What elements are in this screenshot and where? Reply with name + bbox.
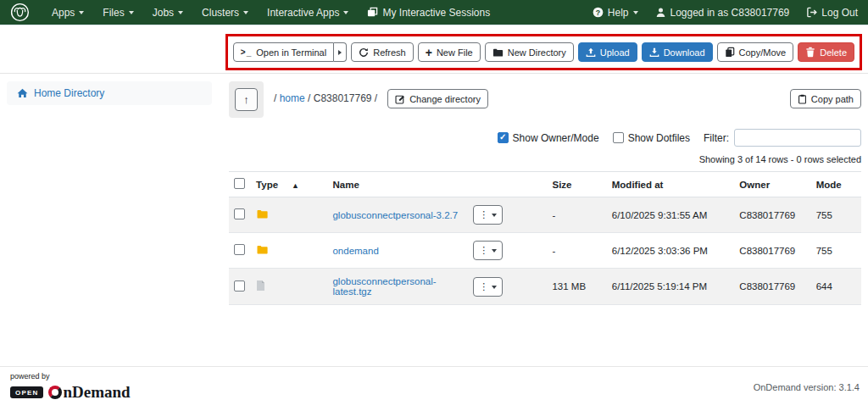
row-actions-dropdown[interactable]: ⋮ [473,277,503,297]
column-header-modified-at[interactable]: Modified at [607,172,735,197]
file-table-header: Type▲ Name Size Modified at Owner Mode [229,172,861,197]
refresh-icon [359,47,369,58]
log-out-icon [806,7,817,18]
download-button[interactable]: Download [642,42,713,62]
row-select-cell [229,197,251,233]
delete-button[interactable]: Delete [798,42,854,62]
open-badge: OPEN [10,386,43,398]
sidebar: Home Directory [7,81,212,105]
ram-logo-icon [10,3,30,22]
open-in-terminal-dropdown-toggle[interactable] [334,42,347,62]
sort-ascending-icon: ▲ [292,181,299,190]
column-header-owner[interactable]: Owner [734,172,810,197]
show-owner-mode-label: Show Owner/Mode [513,132,599,144]
sidebar-item-home-directory[interactable]: Home Directory [7,81,212,105]
menu-interactive-apps[interactable]: Interactive Apps [267,7,348,19]
log-out-button[interactable]: Log Out [806,7,858,19]
new-directory-button[interactable]: New Directory [485,42,574,62]
chevron-down-icon [492,249,497,253]
row-checkbox[interactable] [234,280,245,292]
row-actions-dropdown[interactable]: ⋮ [473,241,503,260]
up-directory-button[interactable]: ↑ [235,88,258,111]
chevron-down-icon [178,11,183,14]
row-select-cell [229,233,251,269]
table-controls: Show Owner/Mode Show Dotfiles Filter: [229,129,861,147]
menu-help-label: Help [608,7,629,19]
path-bar: ↑ / home / C838017769 / Change directory [229,81,861,118]
change-directory-button[interactable]: Change directory [387,89,488,108]
logged-in-label: Logged in as C838017769 [670,7,790,19]
help-icon: ? [593,7,604,18]
show-dotfiles-label: Show Dotfiles [628,132,690,144]
logged-in-user: Logged in as C838017769 [655,7,790,19]
copy-path-button[interactable]: Copy path [790,89,861,108]
column-header-type[interactable]: Type▲ [251,172,327,197]
select-all-checkbox[interactable] [234,178,245,189]
type-header-label: Type [256,180,278,190]
row-modified-cell: 6/10/2025 9:31:55 AM [607,197,735,233]
filter-input[interactable] [734,129,861,147]
menu-files[interactable]: Files [103,7,133,19]
menu-interactive-apps-label: Interactive Apps [267,7,339,19]
row-actions-dropdown[interactable]: ⋮ [473,205,503,225]
column-header-name[interactable]: Name [327,172,508,197]
copy-move-button[interactable]: Copy/Move [717,42,794,62]
row-mode-cell: 755 [811,197,861,233]
show-owner-mode-control: Show Owner/Mode [498,132,599,144]
show-owner-mode-checkbox[interactable] [498,132,509,143]
file-name-link[interactable]: globusconnectpersonal-latest.tgz [332,276,466,297]
powered-by-block: powered by OPEN nDemand [10,372,131,402]
upload-button[interactable]: Upload [578,42,637,62]
row-type-cell [251,269,327,305]
menu-my-interactive-sessions[interactable]: My Interactive Sessions [367,7,490,19]
chevron-down-icon [243,11,248,14]
pencil-square-icon [395,94,405,104]
row-name-cell: globusconnectpersonal-latest.tgz ⋮ [327,269,508,305]
chevron-down-icon [343,11,348,14]
copy-path-label: Copy path [811,94,854,104]
folder-icon [256,244,269,255]
show-dotfiles-checkbox[interactable] [613,132,624,143]
row-actions-spacer-cell [508,233,547,269]
row-size-cell: - [547,197,606,233]
footer: powered by OPEN nDemand OnDemand version… [0,366,868,411]
show-dotfiles-control: Show Dotfiles [613,132,690,144]
row-name-cell: ondemand ⋮ [327,233,508,269]
sidebar-item-home-directory-label: Home Directory [34,87,104,99]
new-file-label: New File [437,47,473,58]
row-checkbox[interactable] [234,208,245,219]
column-header-mode[interactable]: Mode [811,172,861,197]
file-name-link[interactable]: globusconnectpersonal-3.2.7 [332,210,458,220]
row-checkbox[interactable] [234,244,245,255]
breadcrumb-root: / [274,92,276,104]
breadcrumb-home-link[interactable]: home [280,92,305,104]
open-in-terminal-label: Open in Terminal [256,47,326,58]
new-file-button[interactable]: + New File [418,42,481,62]
up-directory-container: ↑ [229,81,264,118]
top-navbar: Apps Files Jobs Clusters Interactive App… [0,0,868,25]
menu-clusters[interactable]: Clusters [202,7,248,19]
user-icon [655,7,666,18]
name-header-label: Name [332,180,359,190]
refresh-button[interactable]: Refresh [351,42,414,62]
column-header-size[interactable]: Size [547,172,606,197]
row-type-cell [251,233,327,269]
csu-ram-logo[interactable] [10,3,30,22]
row-size-cell: 131 MB [547,269,606,305]
row-actions-spacer-cell [508,197,547,233]
open-in-terminal-button[interactable]: >_ Open in Terminal [233,42,334,62]
menu-help[interactable]: ? Help [593,7,638,19]
menu-apps[interactable]: Apps [52,7,84,19]
select-all-header [229,172,251,197]
log-out-label: Log Out [821,7,858,19]
chevron-down-icon [129,11,134,14]
owner-header-label: Owner [739,180,770,190]
menu-apps-label: Apps [52,7,75,19]
file-name-link[interactable]: ondemand [332,246,378,256]
menu-files-label: Files [103,7,124,19]
copy-move-label: Copy/Move [739,47,787,58]
file-toolbar: >_ Open in Terminal Refresh + New File N… [0,25,868,73]
row-mode-cell: 755 [811,233,861,269]
menu-jobs[interactable]: Jobs [153,7,183,19]
home-icon [17,88,28,98]
